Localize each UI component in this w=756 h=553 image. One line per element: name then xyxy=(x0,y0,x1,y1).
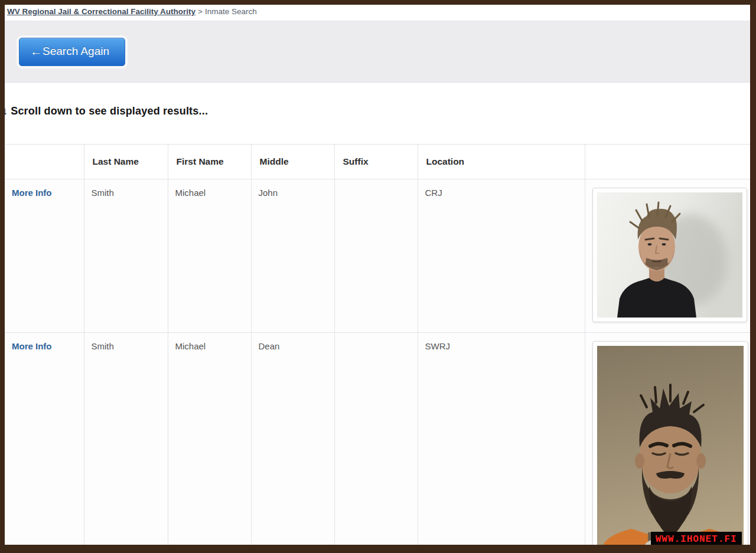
header-action xyxy=(5,145,84,179)
header-location: Location xyxy=(418,145,585,179)
header-suffix: Suffix xyxy=(334,145,418,179)
table-row: More Info Smith Michael Dean SWRJ xyxy=(5,333,750,553)
mugshot-photo-row2: WWW.IHONET.FI xyxy=(592,341,748,553)
breadcrumb-authority-link[interactable]: WV Regional Jail & Correctional Facility… xyxy=(7,7,195,16)
table-header-row: Last Name First Name Middle Suffix Locat… xyxy=(5,145,750,179)
inmate-results-table: Last Name First Name Middle Suffix Locat… xyxy=(5,144,750,553)
cell-location: SWRJ xyxy=(418,333,585,553)
scroll-notice-text: Scroll down to see displayed results... xyxy=(11,105,208,117)
ihonet-watermark: WWW.IHONET.FI xyxy=(651,532,742,547)
cell-suffix xyxy=(334,179,418,333)
table-row: More Info Smith Michael John CRJ xyxy=(5,179,750,333)
breadcrumb: WV Regional Jail & Correctional Facility… xyxy=(5,5,750,21)
header-photo xyxy=(585,145,750,179)
cell-last-name: Smith xyxy=(84,179,168,333)
breadcrumb-current-page: Inmate Search xyxy=(205,7,257,16)
cell-middle: John xyxy=(251,179,334,333)
cell-first-name: Michael xyxy=(168,333,251,553)
header-middle: Middle xyxy=(251,145,334,179)
cell-middle: Dean xyxy=(251,333,334,553)
search-again-button[interactable]: ← Search Again xyxy=(19,38,125,66)
breadcrumb-separator: > xyxy=(198,7,203,16)
cell-first-name: Michael xyxy=(168,179,251,333)
more-info-link-row1[interactable]: More Info xyxy=(12,188,52,198)
cell-last-name: Smith xyxy=(84,333,168,553)
search-again-label: Search Again xyxy=(43,45,109,58)
down-arrow-icon: ↓ xyxy=(2,105,8,117)
cell-suffix xyxy=(334,333,418,553)
header-last-name: Last Name xyxy=(84,145,168,179)
inmate-search-page: WV Regional Jail & Correctional Facility… xyxy=(0,0,756,553)
cell-location: CRJ xyxy=(418,179,585,333)
header-first-name: First Name xyxy=(168,145,251,179)
scroll-notice: ↓Scroll down to see displayed results... xyxy=(2,105,750,117)
more-info-link-row2[interactable]: More Info xyxy=(12,341,52,351)
toolbar-panel: ← Search Again xyxy=(5,21,750,83)
back-arrow-icon: ← xyxy=(30,45,42,58)
mugshot-photo-row1 xyxy=(592,188,747,322)
